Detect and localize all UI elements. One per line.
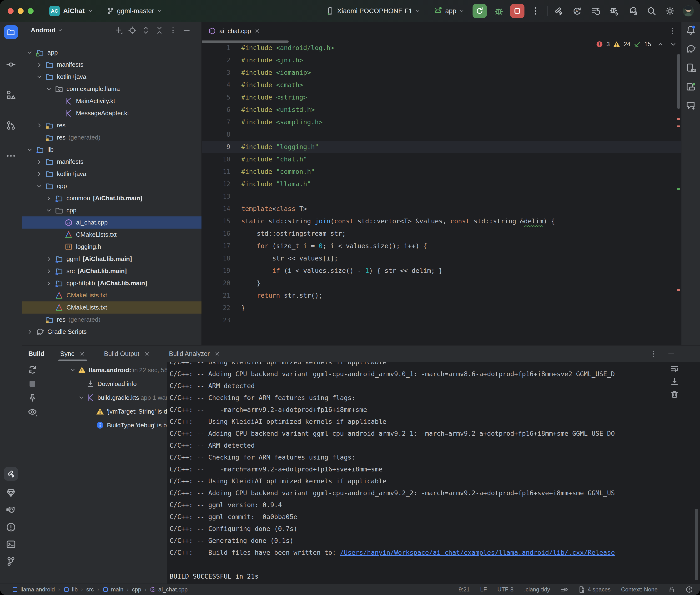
tree-item-gradle-scripts[interactable]: Gradle Scripts — [22, 326, 201, 338]
code-line-15[interactable]: 15static std::string join(const std::vec… — [202, 215, 681, 227]
gradle-tool-button[interactable] — [686, 44, 696, 54]
version-control-tool-button[interactable] — [6, 557, 16, 566]
build-panel-options-button[interactable] — [649, 350, 657, 358]
device-selector[interactable]: Xiaomi POCOPHONE F1 — [326, 7, 420, 15]
console-file-link[interactable]: /Users/hanyin/Workspace/ai-chat/examples… — [340, 549, 615, 556]
stop-sync-button[interactable] — [28, 379, 37, 389]
build-tab-sync[interactable]: Sync — [60, 345, 85, 362]
project-selector[interactable]: AC AiChat — [49, 6, 93, 16]
tree-item-ai-chat-cpp[interactable]: C+ai_chat.cpp — [22, 217, 201, 229]
formatter-off-icon[interactable] — [561, 586, 568, 593]
breadcrumb-item-cpp[interactable]: cpp — [132, 586, 141, 593]
sync-tree-item[interactable]: 'jvmTarget: String' is deprec — [43, 404, 167, 418]
code-line-3[interactable]: 3#include <iomanip> — [202, 66, 681, 79]
tree-item-res[interactable]: res(generated) — [22, 314, 201, 326]
code-line-11[interactable]: 11#include "common.h" — [202, 166, 681, 178]
minimize-window-button[interactable] — [18, 8, 24, 14]
commit-tool-button[interactable] — [6, 59, 16, 69]
scroll-to-end-button[interactable] — [670, 377, 679, 386]
branch-selector[interactable]: ggml-master — [107, 7, 162, 15]
code-line-20[interactable]: 20 } — [202, 277, 681, 289]
apply-code-changes-button[interactable] — [591, 6, 600, 16]
code-line-12[interactable]: 12#include "llama.h" — [202, 178, 681, 190]
re-sync-button[interactable] — [28, 365, 37, 374]
inspections-widget[interactable]: 3 24 15 — [596, 40, 677, 48]
close-tab-icon[interactable] — [79, 351, 85, 357]
status-item-clang-tidy[interactable]: .clang-tidy — [524, 586, 550, 593]
logcat-tool-button[interactable] — [6, 505, 16, 515]
soft-wrap-button[interactable] — [670, 364, 679, 373]
gradle-sync-button[interactable] — [628, 6, 638, 16]
problems-tool-button[interactable] — [6, 522, 16, 532]
sync-tree-item[interactable]: BuildType 'debug' is both de — [43, 418, 167, 432]
code-line-13[interactable]: 13 — [202, 190, 681, 203]
status-item-lf[interactable]: LF — [480, 586, 487, 593]
stop-button[interactable] — [510, 4, 525, 18]
zoom-window-button[interactable] — [28, 8, 34, 14]
tree-item-kotlin-java[interactable]: kotlin+java — [22, 71, 201, 83]
tree-item-kotlin-java[interactable]: kotlin+java — [22, 168, 201, 180]
project-tool-button[interactable] — [4, 25, 18, 39]
tree-item-app[interactable]: app — [22, 47, 201, 59]
sync-tree-item[interactable]: Download info — [43, 377, 167, 391]
debug-button[interactable] — [494, 6, 504, 16]
status-item-context-none[interactable]: Context: None — [621, 586, 657, 593]
view-options-button[interactable] — [28, 407, 37, 417]
gemini-chat-button[interactable] — [686, 101, 696, 111]
tree-item-cpp[interactable]: cpp — [22, 204, 201, 217]
tab-ai-chat-cpp[interactable]: C+ ai_chat.cpp — [205, 22, 263, 40]
build-tab-build-analyzer[interactable]: Build Analyzer — [169, 345, 220, 362]
code-line-19[interactable]: 19 if (i < values.size() - 1) { str << d… — [202, 264, 681, 277]
code-line-4[interactable]: 4#include <cmath> — [202, 79, 681, 91]
tree-item-common[interactable]: common[AiChat.lib.main] — [22, 192, 201, 204]
project-view-selector[interactable]: Android — [31, 27, 55, 34]
code-line-22[interactable]: 22} — [202, 302, 681, 314]
device-manager-button[interactable] — [686, 63, 696, 73]
add-button[interactable] — [115, 26, 123, 34]
code-line-10[interactable]: 10#include "chat.h" — [202, 153, 681, 166]
code-line-2[interactable]: 2#include <jni.h> — [202, 54, 681, 66]
more-tools-button[interactable] — [6, 151, 16, 161]
code-line-17[interactable]: 17 for (size_t i = 0; i < values.size();… — [202, 240, 681, 252]
tree-item-res[interactable]: res — [22, 119, 201, 132]
tree-item-cmakelists-txt[interactable]: CMakeLists.txt — [22, 289, 201, 302]
tree-item-manifests[interactable]: manifests — [22, 59, 201, 71]
pull-requests-tool-button[interactable] — [6, 120, 16, 131]
tree-item-src[interactable]: src[AiChat.lib.main] — [22, 265, 201, 277]
code-area[interactable]: 1#include <android/log.h>2#include <jni.… — [202, 40, 681, 345]
breadcrumb-item-main[interactable]: main — [103, 586, 123, 593]
user-avatar[interactable] — [683, 5, 694, 17]
close-tab-icon[interactable] — [144, 351, 150, 357]
notifications-button[interactable] — [686, 25, 696, 35]
apply-changes-button[interactable]: A — [572, 6, 582, 16]
search-everywhere-button[interactable] — [647, 6, 656, 16]
code-line-9[interactable]: 9#include "logging.h" — [202, 141, 681, 153]
code-line-23[interactable]: 23 — [202, 314, 681, 327]
sync-tree-item[interactable]: build.gradle.ktsapp 1 warning — [43, 391, 167, 404]
close-tab-icon[interactable] — [214, 351, 220, 357]
code-line-14[interactable]: 14template<class T> — [202, 203, 681, 215]
previous-problem-button[interactable] — [657, 41, 664, 48]
next-problem-button[interactable] — [670, 41, 677, 48]
build-tab-build-output[interactable]: Build Output — [104, 345, 150, 362]
tree-item-messageadapter-kt[interactable]: MessageAdapter.kt — [22, 107, 201, 119]
rerun-button[interactable] — [473, 4, 487, 18]
indent-config-icon[interactable]: 4 spaces — [578, 586, 611, 593]
running-devices-button[interactable] — [686, 82, 696, 92]
structure-tool-button[interactable] — [6, 90, 16, 100]
code-line-7[interactable]: 7#include <sampling.h> — [202, 116, 681, 128]
breadcrumb-item-ai-chat-cpp[interactable]: C+ai_chat.cpp — [150, 586, 188, 593]
collapse-all-button[interactable] — [156, 26, 163, 34]
close-window-button[interactable] — [8, 8, 13, 14]
expand-all-button[interactable] — [142, 26, 150, 34]
tree-item-cmakelists-txt[interactable]: CMakeLists.txt — [22, 302, 201, 314]
sync-tree-item[interactable]: llama.android: fin22 sec, 583 ms — [43, 363, 167, 377]
editor-horizontal-scrollbar[interactable] — [202, 40, 289, 43]
build-project-button[interactable] — [554, 6, 563, 16]
tree-item-cpp-httplib[interactable]: cpp-httplib[AiChat.lib.main] — [22, 277, 201, 289]
tree-item-lib[interactable]: lib — [22, 144, 201, 156]
lock-open-icon[interactable] — [668, 586, 675, 593]
tree-item-cmakelists-txt[interactable]: CMakeLists.txt — [22, 229, 201, 241]
close-tab-icon[interactable] — [254, 28, 260, 34]
hide-panel-button[interactable] — [183, 26, 191, 34]
